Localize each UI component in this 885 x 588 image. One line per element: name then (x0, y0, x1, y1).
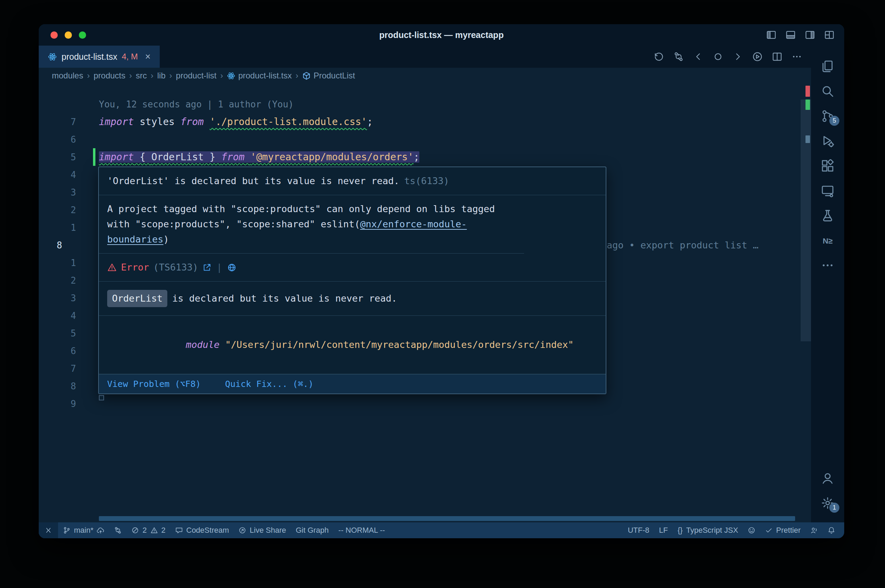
horizontal-scrollbar[interactable] (99, 516, 795, 521)
panel-bottom-icon[interactable] (786, 30, 796, 40)
breadcrumb-separator: › (296, 71, 298, 81)
layout-icon[interactable] (824, 30, 834, 40)
close-window-button[interactable] (51, 32, 58, 39)
nav-forward-button[interactable] (733, 51, 743, 62)
tooltip-error-code: ts(6133) (404, 176, 449, 186)
tooltip-message-row: 'OrderList' is declared but its value is… (99, 167, 606, 195)
line-number[interactable]: 1 (39, 222, 90, 233)
breadcrumb-item[interactable]: lib (157, 71, 165, 81)
line-number[interactable]: 8 (39, 381, 90, 392)
activity-testing[interactable] (811, 203, 844, 228)
open-error-external-icon[interactable] (202, 263, 212, 272)
inline-blame: ago • export product list … (607, 236, 759, 254)
nav-circle-button[interactable] (713, 51, 723, 62)
error-hover-tooltip: 'OrderList' is declared but its value is… (98, 166, 606, 394)
minimize-window-button[interactable] (65, 32, 72, 39)
status-bar: main*22CodeStreamLive ShareGit Graph-- N… (39, 522, 844, 538)
breadcrumb-separator: › (170, 71, 172, 81)
activity-remote-explorer[interactable] (811, 178, 844, 203)
breadcrumb-separator: › (129, 71, 132, 81)
branch-icon (63, 526, 71, 534)
breadcrumb-item[interactable]: src (136, 71, 147, 81)
nav-back-button[interactable] (693, 51, 703, 62)
comment-icon (175, 526, 183, 534)
line-number[interactable]: 6 (39, 346, 90, 356)
status-notifications[interactable] (823, 522, 840, 538)
cube-icon (302, 72, 311, 80)
activity-explorer[interactable] (811, 54, 844, 79)
status-eol[interactable]: LF (654, 522, 673, 538)
code-line[interactable]: You, 12 seconds ago | 1 author (You) (39, 95, 811, 113)
line-number[interactable]: 8 (39, 240, 90, 250)
breadcrumb-item[interactable]: product-list (176, 71, 216, 81)
status-encoding[interactable]: UTF-8 (623, 522, 654, 538)
activity-run-and-debug[interactable] (811, 129, 844, 153)
hover-resize-handle[interactable] (99, 395, 104, 400)
line-number[interactable]: 3 (39, 293, 90, 303)
breadcrumb-item[interactable]: product-list.tsx (227, 71, 292, 81)
tab-product-list[interactable]: product-list.tsx 4, M × (39, 46, 160, 68)
more-button[interactable] (792, 51, 802, 62)
breadcrumb-item[interactable]: modules (52, 71, 83, 81)
status-branch[interactable]: main* (58, 522, 109, 538)
tab-dirty-badge: 4, M (122, 52, 138, 62)
line-number[interactable]: 4 (39, 310, 90, 321)
line-number[interactable]: 3 (39, 187, 90, 198)
tooltip-module-row: module "/Users/juri/nrwl/content/myreact… (99, 316, 606, 374)
git-compare-button[interactable] (673, 51, 684, 62)
activity-search[interactable] (811, 79, 844, 104)
line-number[interactable]: 7 (39, 363, 90, 374)
status-compare-branches[interactable] (109, 522, 126, 538)
status-git-graph[interactable]: Git Graph (291, 522, 333, 538)
panel-left-icon[interactable] (766, 30, 777, 40)
code-line[interactable]: 5import { OrderList } from '@myreactapp/… (39, 148, 811, 166)
tooltip-actions: View Problem (⌥F8) Quick Fix... (⌘.) (99, 374, 606, 393)
breadcrumb-item[interactable]: ProductList (302, 71, 355, 81)
panel-right-icon[interactable] (805, 30, 815, 40)
line-number[interactable]: 9 (39, 399, 90, 409)
error-label: Error (121, 260, 149, 275)
error-docs-globe-icon[interactable] (227, 263, 236, 272)
status-problems[interactable]: 22 (126, 522, 170, 538)
line-number[interactable]: 1 (39, 258, 90, 268)
code-editor[interactable]: You, 12 seconds ago | 1 author (You)7imp… (39, 84, 811, 522)
line-number[interactable]: 2 (39, 275, 90, 286)
status-feedback[interactable] (743, 522, 760, 538)
line-number[interactable]: 4 (39, 170, 90, 180)
close-tab-button[interactable]: × (145, 51, 151, 62)
activity-nx-console[interactable]: N≥ (811, 228, 844, 253)
history-button[interactable] (654, 51, 664, 62)
activity-more-views[interactable] (811, 253, 844, 278)
status-live-share-contact[interactable] (805, 522, 823, 538)
status-vim-mode[interactable]: -- NORMAL -- (334, 522, 390, 538)
warning-icon (150, 526, 158, 534)
line-number[interactable]: 2 (39, 205, 90, 215)
line-number[interactable]: 6 (39, 134, 90, 145)
status-codestream[interactable]: CodeStream (170, 522, 234, 538)
zoom-window-button[interactable] (79, 32, 86, 39)
view-problem-link[interactable]: View Problem (⌥F8) (107, 379, 201, 389)
run-button[interactable] (752, 51, 763, 62)
code-line[interactable]: 7import styles from './product-list.modu… (39, 113, 811, 130)
breadcrumb-item[interactable]: products (94, 71, 125, 81)
line-number[interactable]: 5 (39, 152, 90, 162)
check-icon (765, 526, 773, 534)
line-number[interactable]: 5 (39, 328, 90, 339)
line-number[interactable]: 7 (39, 117, 90, 127)
status-live-share[interactable]: Live Share (234, 522, 291, 538)
activity-extensions[interactable] (811, 153, 844, 178)
split-editor-button[interactable] (772, 51, 782, 62)
activity-accounts[interactable] (811, 466, 844, 490)
code-line[interactable]: 6 (39, 130, 811, 148)
activity-source-control[interactable]: 5 (811, 104, 844, 129)
status-language-mode[interactable]: {}TypeScript JSX (673, 522, 743, 538)
chip-description: is declared but its value is never read. (172, 291, 397, 306)
quick-fix-link[interactable]: Quick Fix... (⌘.) (225, 379, 314, 389)
status-remote-indicator[interactable] (39, 522, 58, 538)
code-line[interactable]: 9 (39, 395, 811, 412)
files-icon (821, 60, 834, 73)
activity-settings[interactable]: 1 (811, 490, 844, 516)
extensions-icon (821, 159, 834, 172)
status-prettier[interactable]: Prettier (760, 522, 805, 538)
debug-icon (821, 134, 834, 147)
